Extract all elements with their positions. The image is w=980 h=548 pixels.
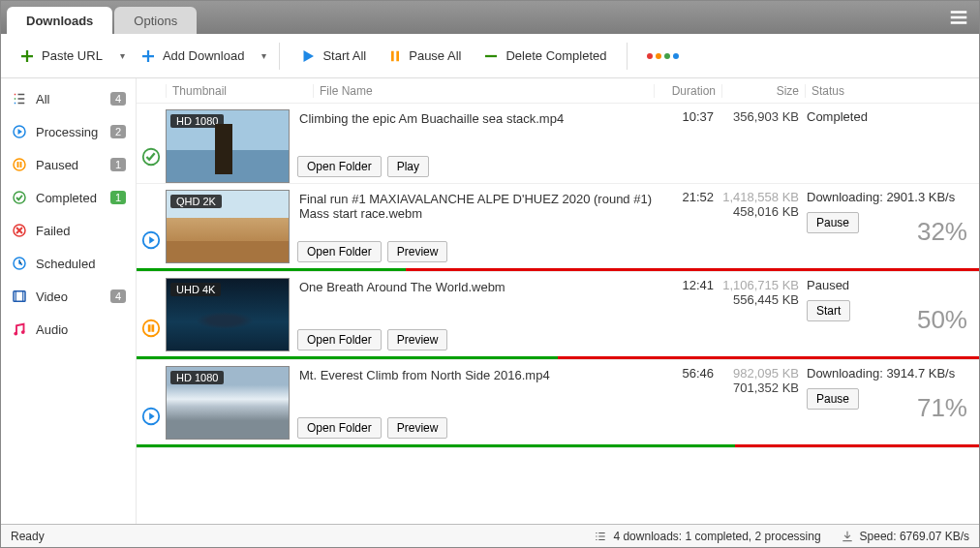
size: 1,418,558 KB458,016 KB	[718, 190, 799, 233]
duration: 56:46	[661, 366, 718, 410]
sidebar-item-audio[interactable]: Audio	[1, 313, 136, 346]
col-filename[interactable]: File Name	[313, 84, 654, 98]
row-state-icon	[140, 146, 162, 167]
status-text: Downloading: 3914.7 KB/s	[807, 366, 971, 381]
svg-point-1	[14, 159, 25, 170]
failed-icon	[11, 222, 28, 239]
paste-url-caret[interactable]: ▾	[116, 46, 126, 65]
sidebar-item-completed[interactable]: Completed1	[1, 181, 136, 214]
paused-icon	[11, 156, 28, 173]
separator	[279, 43, 280, 70]
file-name: Climbing the epic Am Buachaille sea stac…	[297, 109, 661, 128]
preview-button[interactable]: Preview	[387, 241, 448, 262]
duration: 10:37	[661, 109, 718, 128]
pause-button[interactable]: Pause	[807, 212, 859, 233]
size: 982,095 KB701,352 KB	[718, 366, 799, 410]
status-text: Downloading: 2901.3 KB/s	[807, 190, 971, 204]
sidebar-item-video[interactable]: Video4	[1, 280, 136, 313]
sidebar-badge: 1	[110, 158, 126, 171]
row-actions: Open FolderPreview	[297, 410, 971, 439]
start-all-button[interactable]: Start All	[291, 44, 374, 69]
pause-button[interactable]: Pause	[807, 388, 859, 410]
svg-point-6	[14, 332, 17, 336]
menu-icon[interactable]	[944, 6, 973, 29]
file-name: One Breath Around The World.webm	[297, 278, 661, 321]
size-done: 458,016 KB	[718, 204, 799, 219]
preview-button[interactable]: Preview	[387, 417, 448, 439]
sidebar-item-paused[interactable]: Paused1	[1, 148, 136, 181]
table-row[interactable]: QHD 2KFinal run #1 MAXIAVALANCHE ALPE D'…	[137, 184, 979, 272]
sidebar-badge: 4	[110, 92, 126, 106]
col-status[interactable]: Status	[805, 84, 979, 98]
add-download-button[interactable]: Add Download	[132, 44, 253, 69]
thumbnail[interactable]: UHD 4K	[166, 278, 290, 351]
row-status-icon	[137, 366, 166, 444]
row-status-icon	[137, 109, 166, 183]
delete-completed-button[interactable]: Delete Completed	[475, 44, 614, 69]
play-button[interactable]: Play	[387, 156, 429, 177]
tab-downloads[interactable]: Downloads	[7, 7, 112, 34]
thumbnail[interactable]: HD 1080	[166, 109, 290, 183]
sidebar-item-label: All	[36, 92, 49, 107]
more-actions-button[interactable]	[639, 49, 687, 63]
sidebar-item-label: Scheduled	[36, 257, 95, 271]
status-text: Paused	[807, 278, 971, 292]
status-cell: Paused50%Start	[799, 278, 971, 321]
sidebar-badge: 4	[110, 289, 126, 303]
paste-url-label: Paste URL	[42, 48, 103, 63]
sidebar-item-scheduled[interactable]: Scheduled	[1, 247, 136, 280]
col-size[interactable]: Size	[721, 84, 805, 98]
status-cell: Completed	[799, 109, 971, 128]
list-icon	[11, 90, 28, 107]
table-row[interactable]: HD 1080Mt. Everest Climb from North Side…	[137, 360, 979, 448]
open-folder-button[interactable]: Open Folder	[297, 417, 382, 439]
toolbar: Paste URL ▾ Add Download ▾ Start All Pau…	[1, 34, 979, 78]
processing-icon	[11, 123, 28, 140]
paste-url-button[interactable]: Paste URL	[11, 44, 110, 69]
sidebar-item-failed[interactable]: Failed	[1, 214, 136, 247]
file-name: Mt. Everest Climb from North Side 2016.m…	[297, 366, 661, 410]
size-total: 982,095 KB	[718, 366, 799, 381]
col-duration[interactable]: Duration	[654, 84, 721, 98]
thumbnail[interactable]: HD 1080	[166, 366, 290, 440]
svg-point-7	[21, 330, 25, 334]
duration: 21:52	[661, 190, 718, 233]
thumbnail[interactable]: QHD 2K	[166, 190, 290, 263]
tab-options[interactable]: Options	[114, 7, 197, 34]
row-status-icon	[137, 190, 166, 268]
tab-bar: Downloads Options	[1, 1, 979, 34]
audio-icon	[11, 320, 28, 338]
open-folder-button[interactable]: Open Folder	[297, 241, 382, 262]
status-text: Completed	[807, 109, 971, 124]
size-done: 356,903 KB	[718, 109, 799, 124]
add-download-caret[interactable]: ▾	[258, 46, 267, 65]
start-button[interactable]: Start	[807, 300, 850, 321]
size-total: 1,106,715 KB	[718, 278, 799, 292]
progress-done	[137, 356, 558, 359]
sidebar-item-label: Completed	[36, 191, 97, 205]
sidebar: All4Processing2Paused1Completed1FailedSc…	[1, 78, 137, 524]
size: 356,903 KB	[718, 109, 799, 128]
col-thumbnail[interactable]: Thumbnail	[166, 84, 313, 98]
sidebar-item-all[interactable]: All4	[1, 82, 136, 115]
open-folder-button[interactable]: Open Folder	[297, 329, 382, 350]
table-row[interactable]: HD 1080Climbing the epic Am Buachaille s…	[137, 104, 979, 184]
duration: 12:41	[661, 278, 718, 321]
sidebar-item-processing[interactable]: Processing2	[1, 115, 136, 148]
preview-button[interactable]: Preview	[387, 329, 448, 350]
table-row[interactable]: UHD 4KOne Breath Around The World.webm12…	[137, 272, 979, 360]
row-state-icon	[140, 406, 162, 427]
sidebar-badge: 1	[110, 191, 126, 204]
status-cell: Downloading: 2901.3 KB/s32%Pause	[799, 190, 971, 233]
open-folder-button[interactable]: Open Folder	[297, 156, 382, 177]
percent: 32%	[917, 217, 967, 247]
percent: 50%	[917, 305, 967, 335]
start-all-label: Start All	[322, 48, 366, 63]
size-done: 556,445 KB	[718, 292, 799, 307]
pause-all-button[interactable]: Pause All	[380, 44, 469, 69]
sidebar-item-label: Processing	[36, 125, 98, 139]
sidebar-item-label: Audio	[36, 322, 68, 337]
video-icon	[11, 288, 28, 305]
row-state-icon	[140, 229, 162, 251]
column-headers: Thumbnail File Name Duration Size Status	[137, 78, 979, 104]
